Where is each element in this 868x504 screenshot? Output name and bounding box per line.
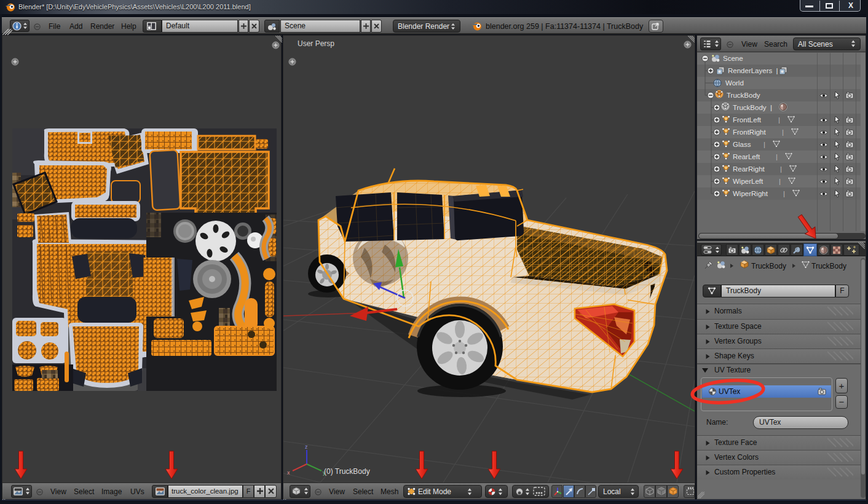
svg-text:(0) TruckBody: (0) TruckBody (324, 467, 370, 476)
svg-text:x: x (287, 470, 290, 476)
svg-text:z: z (305, 444, 308, 450)
svg-text:User Persp: User Persp (298, 39, 334, 48)
